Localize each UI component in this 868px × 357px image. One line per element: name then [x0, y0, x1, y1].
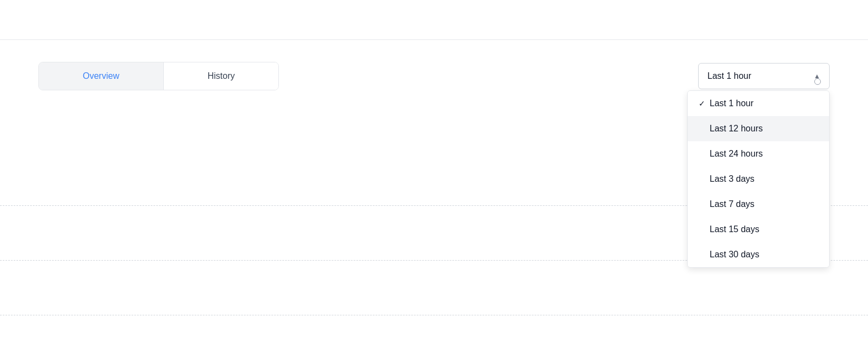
dropdown-item-3d[interactable]: Last 3 days [688, 166, 829, 192]
dropdown-item-24h[interactable]: Last 24 hours [688, 141, 829, 166]
dropdown-item-label: Last 30 days [710, 250, 818, 260]
tab-history[interactable]: History [164, 62, 279, 90]
tab-overview[interactable]: Overview [39, 62, 163, 90]
dropdown-item-12h[interactable]: Last 12 hours [688, 116, 829, 141]
check-icon: ✓ [699, 99, 710, 108]
dropdown-item-1h[interactable]: ✓ Last 1 hour [688, 91, 829, 116]
time-range-dropdown-container: Last 1 hour ▲ ✓ Last 1 hour Last 12 hour… [698, 63, 830, 89]
scroll-indicator [814, 78, 821, 85]
dropdown-item-7d[interactable]: Last 7 days [688, 192, 829, 217]
dropdown-item-label: Last 12 hours [710, 124, 818, 134]
dropdown-item-label: Last 24 hours [710, 149, 818, 159]
dropdown-item-label: Last 1 hour [710, 99, 818, 108]
dropdown-item-label: Last 15 days [710, 224, 818, 234]
dropdown-item-label: Last 7 days [710, 199, 818, 209]
time-range-dropdown-menu: ✓ Last 1 hour Last 12 hours Last 24 hour… [687, 90, 830, 268]
tabs-row: Overview History Last 1 hour ▲ ✓ Last 1 … [38, 62, 830, 90]
dropdown-item-label: Last 3 days [710, 174, 818, 184]
content-area: Overview History Last 1 hour ▲ ✓ Last 1 … [0, 40, 868, 357]
time-range-dropdown-trigger[interactable]: Last 1 hour ▲ [698, 63, 830, 89]
dropdown-item-15d[interactable]: Last 15 days [688, 217, 829, 242]
dropdown-item-30d[interactable]: Last 30 days [688, 242, 829, 267]
dropdown-selected-label: Last 1 hour [707, 71, 751, 81]
tabs-container: Overview History [38, 62, 279, 90]
dashed-line-3 [0, 315, 868, 315]
